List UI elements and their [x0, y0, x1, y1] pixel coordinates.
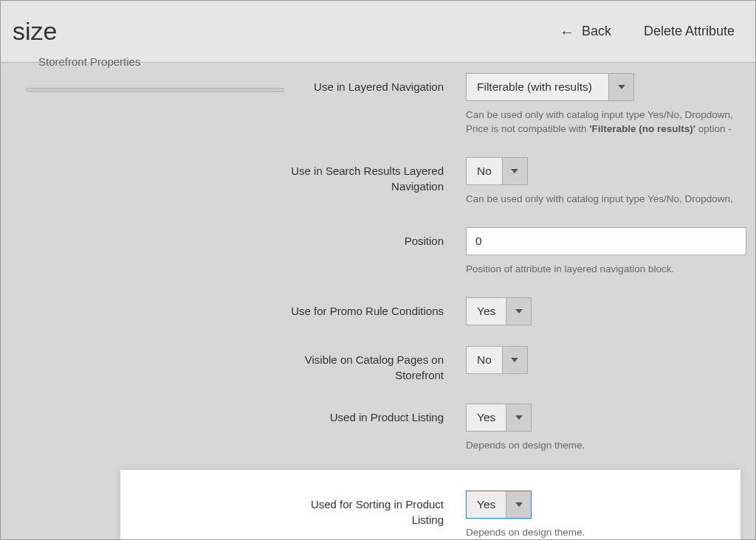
label-sorting: Used for Sorting in Product Listing [283, 491, 466, 527]
chevron-down-icon [608, 74, 633, 100]
row-layered-nav: Use in Layered Navigation Filterable (wi… [283, 63, 755, 147]
arrow-left-icon: ← [560, 24, 574, 39]
row-search-layered-nav: Use in Search Results Layered Navigation… [283, 147, 755, 217]
input-position[interactable] [466, 227, 746, 255]
chevron-down-icon [506, 298, 531, 325]
sidebar: Storefront Properties [1, 63, 283, 540]
delete-label: Delete Attribute [644, 24, 735, 38]
select-search-layered-nav[interactable]: No [466, 157, 528, 185]
sidebar-scrollbar[interactable] [26, 88, 284, 92]
chevron-down-icon [506, 404, 531, 431]
label-promo: Use for Promo Rule Conditions [283, 297, 466, 319]
select-value: No [467, 347, 502, 373]
label-layered-nav: Use in Layered Navigation [283, 73, 466, 94]
row-promo: Use for Promo Rule Conditions Yes [283, 287, 755, 336]
hint-search-layered-nav: Can be used only with catalog input type… [466, 193, 746, 207]
label-search-layered-nav: Use in Search Results Layered Navigation [283, 157, 466, 194]
hint-product-listing: Depends on design theme. [466, 439, 746, 453]
select-product-listing[interactable]: Yes [466, 404, 532, 432]
back-label: Back [582, 24, 611, 39]
page-title: size [13, 17, 57, 46]
select-value: No [467, 158, 502, 184]
page-header: size ← Back Delete Attribute [1, 1, 755, 63]
sidebar-tab-label: Storefront Properties [38, 55, 140, 68]
select-value: Yes [467, 404, 506, 431]
chevron-down-icon [506, 491, 531, 518]
back-button[interactable]: ← Back [560, 24, 611, 39]
delete-attribute-button[interactable]: Delete Attribute [644, 24, 735, 39]
row-position: Position Position of attribute in layere… [283, 217, 755, 287]
row-visible-catalog: Visible on Catalog Pages on Storefront N… [283, 336, 755, 393]
hint-layered-nav: Can be used only with catalog input type… [466, 108, 746, 136]
chevron-down-icon [502, 158, 527, 184]
row-sorting: Used for Sorting in Product Listing Yes … [120, 470, 740, 540]
select-layered-nav[interactable]: Filterable (with results) [466, 73, 634, 101]
row-product-listing: Used in Product Listing Yes Depends on d… [283, 393, 755, 463]
select-sorting[interactable]: Yes [466, 491, 532, 519]
select-value: Filterable (with results) [467, 74, 608, 100]
select-value: Yes [467, 491, 506, 518]
chevron-down-icon [502, 347, 527, 373]
form-area: Use in Layered Navigation Filterable (wi… [283, 63, 755, 540]
label-visible-catalog: Visible on Catalog Pages on Storefront [283, 346, 466, 383]
hint-position: Position of attribute in layered navigat… [466, 263, 746, 277]
header-actions: ← Back Delete Attribute [560, 24, 735, 39]
label-position: Position [283, 227, 466, 249]
select-promo[interactable]: Yes [466, 297, 532, 325]
select-visible-catalog[interactable]: No [466, 346, 528, 374]
select-value: Yes [467, 298, 506, 325]
hint-sorting: Depends on design theme. [466, 526, 740, 540]
label-product-listing: Used in Product Listing [283, 404, 466, 425]
